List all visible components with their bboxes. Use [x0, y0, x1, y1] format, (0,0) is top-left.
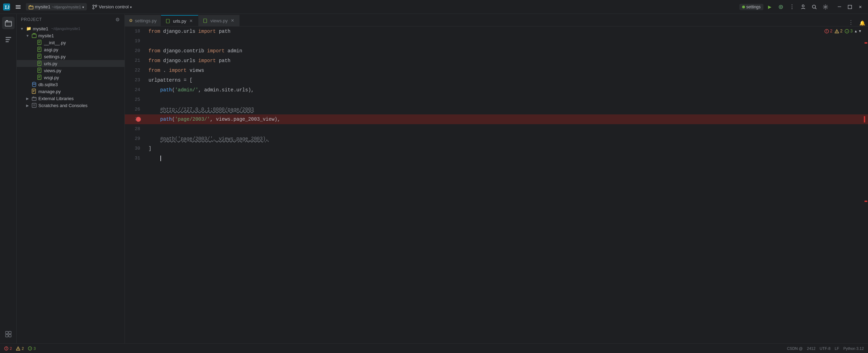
code-line-18: 18 from django.urls import path: [125, 27, 868, 36]
more-options-button[interactable]: ⋮: [787, 2, 797, 12]
line-content-26: #http://127.0.0.1:8000/page/2003: [146, 105, 868, 114]
tab-close-views[interactable]: ✕: [230, 18, 235, 23]
code-line-25: 25: [125, 95, 868, 105]
tab-views-py[interactable]: views.py ✕: [198, 15, 240, 26]
tab-label-settings: settings.py: [135, 18, 157, 23]
line-content-27: path('page/2003/', views.page_2003_view)…: [146, 114, 868, 124]
line-num-26: 26: [125, 105, 146, 114]
activity-search-icon[interactable]: [2, 33, 15, 46]
code-content[interactable]: 18 from django.urls import path 19 20 fr…: [125, 27, 868, 343]
tab-recent-button[interactable]: ⋮: [845, 19, 856, 26]
tree-item-wsgi-py[interactable]: wsgi.py: [17, 74, 124, 81]
tree-label-manage-py: manage.py: [38, 89, 61, 94]
py-icon-wsgi: [37, 75, 43, 80]
activity-project-icon[interactable]: [2, 17, 15, 29]
version-control-chevron: [130, 4, 132, 9]
status-error-icon: [4, 346, 8, 351]
tree-item-ext-libs[interactable]: External Libraries: [17, 95, 124, 102]
svg-line-14: [815, 8, 817, 9]
editor-expand-button[interactable]: ▾: [859, 29, 861, 33]
project-name: mysite1: [35, 4, 51, 9]
titlebar-left: IJ mysite1 ~/django/mysite1: [3, 2, 135, 12]
run-button[interactable]: ▶: [765, 2, 775, 12]
collab-button[interactable]: [798, 2, 808, 12]
tree-item-settings-py[interactable]: settings.py: [17, 53, 124, 60]
status-python-version[interactable]: Python 3.12: [843, 346, 864, 351]
activity-plugins-icon[interactable]: [2, 328, 15, 340]
close-button[interactable]: ✕: [855, 2, 865, 12]
svg-rect-5: [29, 6, 33, 9]
line-content-31: [146, 153, 868, 163]
maximize-button[interactable]: [845, 2, 855, 12]
project-selector[interactable]: mysite1 ~/django/mysite1: [26, 3, 87, 10]
ext-libs-icon: [31, 96, 37, 101]
tree-item-db-sqlite[interactable]: db.sqlite3: [17, 81, 124, 88]
status-typo-count: 3: [33, 346, 36, 351]
code-line-22: 22 from . import views: [125, 66, 868, 75]
sidebar: Project ⚙ 📁 mysite1 ~/django/mysite1 mys…: [17, 14, 125, 343]
tab-close-urls[interactable]: ✕: [188, 18, 194, 24]
tree-label-mysite1-root: mysite1: [33, 26, 48, 31]
py-icon-urls: [37, 61, 43, 66]
svg-rect-4: [16, 8, 21, 9]
svg-point-51: [32, 82, 36, 84]
error-mark-27: [864, 116, 865, 122]
tree-item-mysite1-package[interactable]: mysite1: [17, 32, 124, 39]
code-line-28: 28: [125, 124, 868, 134]
tree-item-scratches[interactable]: Scratches and Consoles: [17, 102, 124, 109]
tree-item-manage-py[interactable]: manage.py: [17, 88, 124, 95]
code-line-23: 23 urlpatterns = [: [125, 75, 868, 85]
typo-count: ✓ 3: [845, 29, 853, 33]
titlebar-right: settings ▶ ⋮: [739, 2, 865, 12]
window-controls: ─ ✕: [835, 2, 865, 12]
code-line-19: 19: [125, 36, 868, 46]
tree-item-mysite1-root[interactable]: 📁 mysite1 ~/django/mysite1: [17, 25, 124, 32]
line-num-31: 31: [125, 153, 146, 163]
tab-settings-py[interactable]: ⚙ settings.py: [125, 15, 161, 26]
status-typo-icon: ✓: [28, 346, 32, 351]
tab-notifications-button[interactable]: 🔔: [856, 20, 868, 26]
minimize-button[interactable]: ─: [835, 2, 844, 12]
titlebar: IJ mysite1 ~/django/mysite1: [0, 0, 868, 14]
settings-badge[interactable]: settings: [739, 4, 763, 10]
line-content-20: from django.contrib import admin: [146, 46, 868, 56]
status-line-endings[interactable]: LF: [835, 346, 839, 351]
svg-rect-59: [32, 103, 36, 107]
menu-button[interactable]: [13, 2, 23, 12]
editor-collapse-button[interactable]: ▴: [855, 29, 857, 33]
sidebar-settings-icon[interactable]: ⚙: [115, 17, 120, 22]
error-count: 2: [824, 29, 832, 33]
svg-rect-2: [16, 5, 21, 6]
app-icon: IJ: [3, 3, 10, 11]
tree-item-urls-py[interactable]: urls.py: [17, 60, 124, 67]
tree-item-asgi[interactable]: asgi.py: [17, 46, 124, 53]
status-encoding[interactable]: UTF-8: [820, 346, 830, 351]
status-warnings[interactable]: 2: [16, 346, 24, 351]
status-typos[interactable]: ✓ 3: [28, 346, 36, 351]
svg-rect-16: [848, 5, 852, 9]
tree-item-init[interactable]: __init__.py: [17, 39, 124, 46]
version-control-button[interactable]: Version control: [90, 3, 135, 10]
settings-dot: [742, 6, 745, 8]
line-content-22: from . import views: [146, 66, 868, 75]
debug-button[interactable]: [776, 2, 786, 12]
status-errors[interactable]: 2: [4, 346, 12, 351]
settings-gear-button[interactable]: [821, 2, 830, 12]
tree-label-settings-py: settings.py: [44, 54, 66, 59]
svg-rect-19: [6, 37, 11, 38]
tree-item-views-py[interactable]: views.py: [17, 67, 124, 74]
editor-warning-bar[interactable]: 2 2 ✓ 3 ▴ ▾: [824, 29, 861, 33]
line-content-21: from django.urls import path: [146, 56, 868, 66]
svg-rect-62: [166, 19, 169, 23]
search-button[interactable]: [809, 2, 819, 12]
tab-urls-py[interactable]: urls.py ✕: [161, 15, 198, 26]
tree-label-views-py: views.py: [44, 68, 61, 73]
status-bar: 2 2 ✓ 3 CSDN @ 2412 UTF-8 LF Python 3.12: [0, 343, 868, 353]
tab-label-views: views.py: [210, 18, 228, 23]
tab-icon-urls: [165, 18, 171, 24]
tree-label-db-sqlite: db.sqlite3: [38, 82, 58, 87]
line-num-29: 29: [125, 134, 146, 144]
tree-label-package: mysite1: [38, 33, 54, 38]
svg-rect-26: [32, 34, 36, 38]
scrollbar-error-2: [865, 201, 867, 202]
